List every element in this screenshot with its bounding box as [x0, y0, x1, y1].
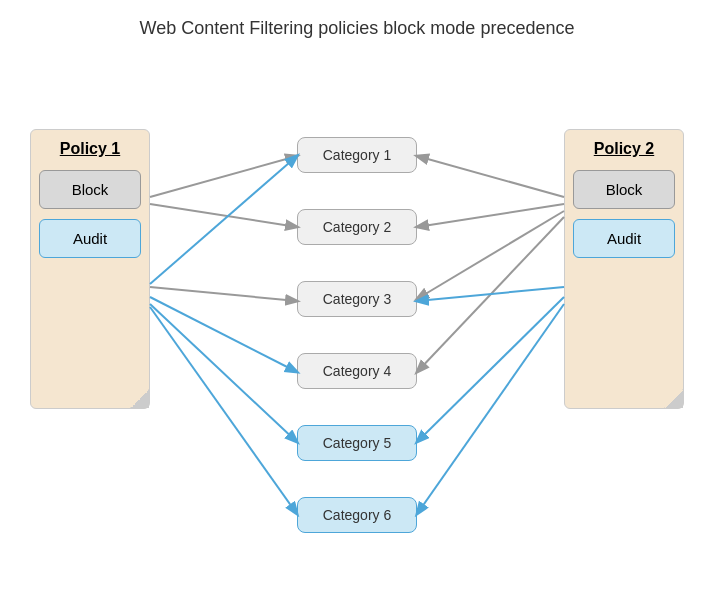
- policy2-title: Policy 2: [573, 140, 675, 158]
- svg-line-8: [417, 211, 564, 299]
- svg-line-5: [150, 307, 297, 514]
- svg-line-7: [417, 204, 564, 227]
- svg-line-12: [417, 287, 564, 301]
- page-title: Web Content Filtering policies block mod…: [0, 0, 714, 49]
- svg-line-10: [417, 297, 564, 442]
- svg-line-2: [150, 287, 297, 301]
- svg-line-11: [417, 304, 564, 514]
- policy1-box: Policy 1 Block Audit: [30, 129, 150, 409]
- policy1-block: Block: [39, 170, 141, 209]
- policy1-title: Policy 1: [39, 140, 141, 158]
- svg-line-13: [150, 156, 297, 284]
- category-2: Category 2: [297, 209, 417, 245]
- svg-line-9: [417, 217, 564, 372]
- category-6: Category 6: [297, 497, 417, 533]
- svg-line-6: [417, 156, 564, 197]
- category-1: Category 1: [297, 137, 417, 173]
- category-5: Category 5: [297, 425, 417, 461]
- policy2-box: Policy 2 Block Audit: [564, 129, 684, 409]
- category-3: Category 3: [297, 281, 417, 317]
- diagram: Policy 1 Block Audit Policy 2 Block Audi…: [0, 49, 714, 579]
- policy1-audit: Audit: [39, 219, 141, 258]
- policy2-audit: Audit: [573, 219, 675, 258]
- svg-line-0: [150, 156, 297, 197]
- policy2-block: Block: [573, 170, 675, 209]
- category-4: Category 4: [297, 353, 417, 389]
- svg-line-3: [150, 297, 297, 372]
- svg-line-4: [150, 304, 297, 442]
- svg-line-1: [150, 204, 297, 227]
